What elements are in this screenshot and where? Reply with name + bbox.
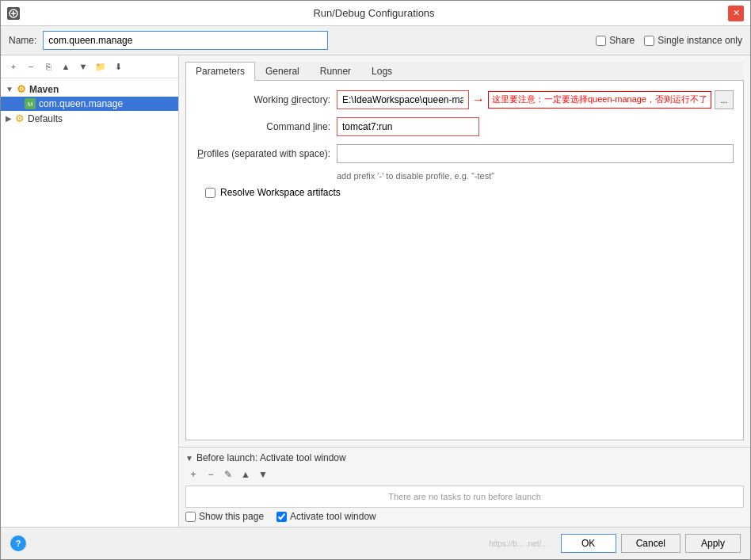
- annotation-text: 这里要注意：一定要选择queen-manage，否则运行不了: [488, 91, 711, 108]
- maven-folder-icon: ⚙: [17, 83, 26, 95]
- tab-runner[interactable]: Runner: [310, 62, 361, 80]
- maven-expand-icon: ▼: [6, 85, 13, 93]
- share-area: Share Single instance only: [596, 35, 742, 46]
- tab-content-parameters: Working directory: → 这里要注意：一定要选择queen-ma…: [185, 81, 744, 440]
- working-directory-label: Working directory:: [196, 94, 330, 105]
- profiles-label: Profiles (separated with space):: [196, 148, 330, 159]
- launch-task-list: There are no tasks to run before launch: [185, 486, 744, 508]
- config-item-icon: M: [25, 98, 36, 109]
- copy-config-button[interactable]: ⎘: [40, 59, 56, 74]
- before-launch-section: ▼ Before launch: Activate tool window + …: [179, 447, 750, 527]
- move-down-button[interactable]: ▼: [75, 59, 91, 74]
- profiles-hint: add prefix '-' to disable profile, e.g. …: [337, 171, 734, 181]
- show-this-page-label[interactable]: Show this page: [185, 511, 264, 522]
- name-bar: Name: Share Single instance only: [1, 26, 750, 55]
- share-checkbox[interactable]: [596, 36, 606, 46]
- sidebar: + − ⎘ ▲ ▼ 📁 ⬇ ▼ ⚙ Maven M com.queen.mana…: [1, 55, 179, 527]
- command-line-row: Command line:: [196, 117, 734, 136]
- apply-button[interactable]: Apply: [685, 534, 741, 553]
- activate-tool-window-text: Activate tool window: [290, 511, 376, 522]
- resolve-workspace-label: Resolve Workspace artifacts: [220, 187, 341, 198]
- no-tasks-text: There are no tasks to run before launch: [388, 492, 541, 501]
- sidebar-item-queen-manage[interactable]: M com.queen.manage: [1, 97, 178, 111]
- working-directory-input[interactable]: [337, 90, 469, 109]
- footer: ? https://b... .net/... OK Cancel Apply: [1, 527, 750, 559]
- profiles-row: Profiles (separated with space):: [196, 144, 734, 163]
- profiles-input[interactable]: [337, 144, 734, 163]
- footer-buttons: OK Cancel Apply: [561, 534, 741, 553]
- annotation-arrow: →: [472, 93, 485, 107]
- working-directory-row: Working directory: → 这里要注意：一定要选择queen-ma…: [196, 90, 734, 109]
- sidebar-item-queen-manage-label: com.queen.manage: [39, 98, 123, 109]
- sidebar-item-defaults[interactable]: ▶ ⚙ Defaults: [1, 111, 178, 126]
- before-launch-collapse-icon[interactable]: ▼: [185, 454, 193, 463]
- sidebar-item-defaults-label: Defaults: [28, 113, 63, 124]
- content-area: + − ⎘ ▲ ▼ 📁 ⬇ ▼ ⚙ Maven M com.queen.mana…: [1, 55, 750, 527]
- main-window: Run/Debug Configurations ✕ Name: Share S…: [0, 0, 751, 560]
- share-checkbox-label[interactable]: Share: [596, 35, 635, 46]
- cancel-button[interactable]: Cancel: [621, 534, 680, 553]
- before-launch-title: Before launch: Activate tool window: [196, 452, 346, 463]
- defaults-icon: ⚙: [15, 112, 25, 124]
- tab-general[interactable]: General: [255, 62, 310, 80]
- help-button[interactable]: ?: [10, 535, 26, 551]
- working-dir-container: → 这里要注意：一定要选择queen-manage，否则运行不了 ...: [337, 90, 734, 109]
- tab-logs[interactable]: Logs: [361, 62, 402, 80]
- main-panel: Parameters General Runner Logs Working d…: [179, 55, 750, 527]
- ok-button[interactable]: OK: [561, 534, 616, 553]
- activate-tool-window-label[interactable]: Activate tool window: [276, 511, 376, 522]
- tabs-container: Parameters General Runner Logs: [185, 62, 744, 81]
- remove-config-button[interactable]: −: [23, 59, 39, 74]
- show-this-page-text: Show this page: [199, 511, 264, 522]
- launch-toolbar: + − ✎ ▲ ▼: [185, 467, 744, 482]
- title-bar: Run/Debug Configurations ✕: [1, 1, 750, 26]
- download-button[interactable]: ⬇: [110, 59, 126, 74]
- browse-working-dir-button[interactable]: ...: [715, 90, 734, 109]
- launch-move-up-button[interactable]: ▲: [238, 467, 254, 482]
- sidebar-tree: ▼ ⚙ Maven M com.queen.manage ▶ ⚙ Default…: [1, 78, 178, 527]
- folder-button[interactable]: 📁: [93, 59, 109, 74]
- sidebar-toolbar: + − ⎘ ▲ ▼ 📁 ⬇: [1, 55, 178, 78]
- launch-remove-button[interactable]: −: [203, 467, 219, 482]
- single-instance-checkbox[interactable]: [644, 36, 654, 46]
- move-up-button[interactable]: ▲: [58, 59, 74, 74]
- command-line-label: Command line:: [196, 121, 330, 132]
- window-title: Run/Debug Configurations: [20, 7, 728, 19]
- name-label: Name:: [9, 35, 36, 46]
- add-config-button[interactable]: +: [6, 59, 21, 74]
- launch-add-button[interactable]: +: [185, 467, 201, 482]
- command-line-input[interactable]: [337, 117, 479, 136]
- bottom-options: Show this page Activate tool window: [185, 511, 744, 522]
- main-content: Parameters General Runner Logs Working d…: [179, 55, 750, 447]
- launch-move-down-button[interactable]: ▼: [255, 467, 271, 482]
- watermark: https://b... .net/...: [489, 539, 547, 548]
- sidebar-item-maven[interactable]: ▼ ⚙ Maven: [1, 82, 178, 97]
- before-launch-header: ▼ Before launch: Activate tool window: [185, 452, 744, 463]
- launch-edit-button[interactable]: ✎: [220, 467, 236, 482]
- show-this-page-checkbox[interactable]: [185, 512, 196, 522]
- name-input[interactable]: [43, 31, 328, 50]
- defaults-expand-icon: ▶: [6, 114, 12, 123]
- tab-parameters[interactable]: Parameters: [185, 62, 255, 81]
- activate-tool-window-checkbox[interactable]: [276, 512, 287, 522]
- app-icon: [7, 7, 20, 20]
- resolve-workspace-row: Resolve Workspace artifacts: [205, 187, 734, 198]
- resolve-workspace-checkbox[interactable]: [205, 188, 215, 198]
- close-button[interactable]: ✕: [728, 6, 744, 21]
- single-instance-checkbox-label[interactable]: Single instance only: [644, 35, 742, 46]
- sidebar-item-maven-label: Maven: [29, 84, 59, 95]
